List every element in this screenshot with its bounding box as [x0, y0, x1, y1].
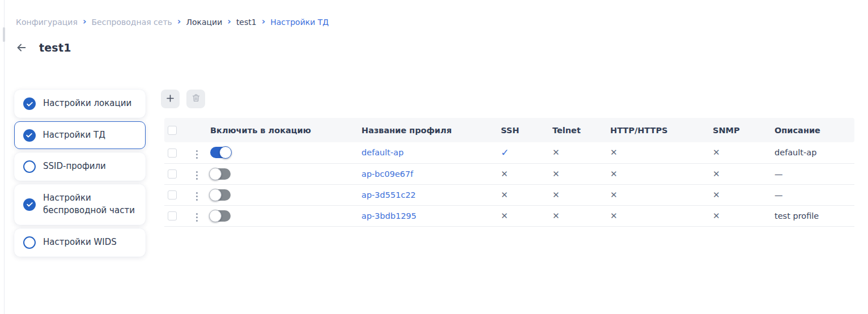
- profile-description: —: [775, 190, 783, 200]
- profile-description: default-ap: [775, 148, 816, 157]
- table-row: ap-bc09e67f ✕ ✕ ✕ ✕ —: [164, 163, 854, 184]
- breadcrumb-item[interactable]: Настройки ТД: [270, 18, 329, 27]
- row-checkbox[interactable]: [168, 169, 177, 179]
- profile-description: —: [775, 169, 783, 179]
- enable-in-location-toggle[interactable]: [210, 210, 231, 222]
- col-header-snmp: SNMP: [711, 118, 773, 142]
- toggle-knob: [209, 189, 222, 201]
- check-circle-icon: [23, 198, 36, 211]
- row-menu-kebab-icon[interactable]: [193, 148, 201, 161]
- enable-in-location-toggle[interactable]: [210, 189, 231, 201]
- breadcrumb-item[interactable]: Беспроводная сеть: [91, 18, 172, 27]
- http-https-status-icon: ✕: [610, 169, 618, 179]
- snmp-status-icon: ✕: [713, 147, 720, 158]
- telnet-status-icon: ✕: [552, 211, 560, 221]
- col-header-http-https: HTTP/HTTPS: [609, 118, 711, 142]
- ap-profiles-table: Включить в локацию Название профиля SSH …: [164, 118, 854, 227]
- breadcrumb-item[interactable]: Конфигурация: [16, 18, 78, 27]
- enable-in-location-toggle[interactable]: [210, 147, 231, 158]
- sidebar-item-2[interactable]: SSID-профили: [14, 152, 146, 181]
- snmp-status-icon: ✕: [713, 190, 720, 200]
- col-header-actions: [188, 118, 205, 142]
- sidebar-item-label: Настройки ТД: [43, 129, 105, 142]
- telnet-status-icon: ✕: [552, 147, 560, 158]
- http-https-status-icon: ✕: [610, 211, 618, 221]
- trash-icon: [191, 93, 201, 105]
- enable-in-location-toggle[interactable]: [210, 168, 231, 180]
- profile-name-link[interactable]: ap-bc09e67f: [361, 169, 413, 179]
- toggle-knob: [219, 146, 232, 159]
- snmp-status-icon: ✕: [713, 169, 720, 179]
- row-menu-kebab-icon[interactable]: [193, 211, 201, 224]
- ssh-status-icon: ✓: [501, 147, 509, 158]
- settings-step-sidebar: Настройки локации Настройки ТД SSID-проф…: [14, 90, 146, 260]
- breadcrumb-separator-icon: ›: [227, 17, 231, 26]
- telnet-status-icon: ✕: [552, 190, 560, 200]
- back-arrow-icon[interactable]: [15, 41, 28, 54]
- breadcrumb-item[interactable]: Локации: [186, 18, 222, 27]
- sidebar-item-0[interactable]: Настройки локации: [14, 90, 146, 118]
- ap-settings-page: Конфигурация›Беспроводная сеть›Локации›t…: [0, 0, 868, 314]
- breadcrumb-separator-icon: ›: [177, 17, 181, 26]
- delete-profile-button[interactable]: [186, 90, 205, 108]
- toggle-knob: [209, 210, 222, 222]
- toggle-knob: [209, 168, 222, 180]
- col-header-enable: Включить в локацию: [205, 118, 360, 142]
- sidebar-item-4[interactable]: Настройки WIDS: [14, 228, 146, 257]
- ssh-status-icon: ✕: [501, 190, 508, 200]
- row-checkbox[interactable]: [168, 190, 177, 200]
- table-row: default-ap ✓ ✕ ✕ ✕ default-ap: [164, 142, 854, 163]
- plus-icon: [165, 93, 176, 105]
- col-header-description: Описание: [773, 118, 854, 142]
- sidebar-item-label: Настройки WIDS: [43, 236, 117, 249]
- row-menu-kebab-icon[interactable]: [193, 190, 201, 203]
- snmp-status-icon: ✕: [713, 211, 720, 221]
- row-checkbox[interactable]: [168, 211, 177, 220]
- select-all-checkbox[interactable]: [168, 126, 177, 135]
- col-header-telnet: Telnet: [551, 118, 609, 142]
- panel-drag-handle[interactable]: [3, 27, 5, 42]
- ssh-status-icon: ✕: [501, 169, 508, 179]
- profile-name-link[interactable]: ap-3bdb1295: [361, 211, 416, 220]
- check-circle-icon: [23, 129, 36, 142]
- http-https-status-icon: ✕: [610, 147, 618, 158]
- table-row: ap-3d551c22 ✕ ✕ ✕ ✕ —: [164, 184, 854, 205]
- sidebar-item-label: Настройки локации: [43, 97, 131, 110]
- col-header-ssh: SSH: [499, 118, 551, 142]
- ssh-status-icon: ✕: [501, 211, 508, 221]
- breadcrumb-separator-icon: ›: [262, 17, 266, 26]
- breadcrumb-item[interactable]: test1: [236, 18, 257, 27]
- profile-name-link[interactable]: default-ap: [361, 148, 403, 157]
- left-panel-edge: [4, 0, 5, 314]
- page-title: test1: [39, 41, 71, 54]
- sidebar-item-3[interactable]: Настройки беспроводной части: [14, 184, 146, 225]
- check-circle-icon: [23, 160, 36, 173]
- sidebar-item-label: SSID-профили: [43, 160, 106, 173]
- profile-description: test profile: [775, 211, 819, 220]
- check-circle-icon: [23, 97, 36, 110]
- http-https-status-icon: ✕: [610, 190, 618, 200]
- table-header-row: Включить в локацию Название профиля SSH …: [164, 118, 854, 142]
- row-checkbox[interactable]: [168, 148, 177, 158]
- profile-name-link[interactable]: ap-3d551c22: [361, 190, 416, 200]
- breadcrumb: Конфигурация›Беспроводная сеть›Локации›t…: [16, 18, 329, 27]
- table-toolbar: [161, 90, 205, 108]
- check-circle-icon: [23, 236, 36, 249]
- sidebar-item-label: Настройки беспроводной части: [43, 192, 137, 217]
- table-row: ap-3bdb1295 ✕ ✕ ✕ ✕ test profile: [164, 205, 854, 226]
- telnet-status-icon: ✕: [552, 169, 560, 179]
- breadcrumb-separator-icon: ›: [83, 17, 87, 26]
- sidebar-item-1[interactable]: Настройки ТД: [14, 121, 146, 149]
- row-menu-kebab-icon[interactable]: [193, 169, 201, 182]
- col-header-profile-name: Название профиля: [360, 118, 499, 142]
- add-profile-button[interactable]: [161, 90, 180, 108]
